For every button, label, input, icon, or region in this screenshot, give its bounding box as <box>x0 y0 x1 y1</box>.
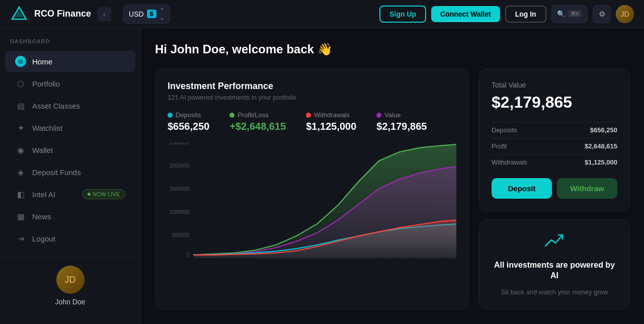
sidebar-user-section: JD John Doe <box>0 257 140 314</box>
sidebar-label-logout: Logout <box>32 234 55 243</box>
intel-ai-icon: ◧ <box>15 189 26 200</box>
metric-deposits: Deposits $656,250 <box>168 111 209 132</box>
header: RCO Finance ‹ USD $ ⌃⌄ Sign Up Connect W… <box>0 0 644 28</box>
sidebar-label-portfolio: Portfolio <box>32 79 60 88</box>
metric-withdrawals: Withdrawals $1,125,000 <box>306 111 356 132</box>
deposits-dot <box>168 113 173 118</box>
news-icon: ▦ <box>15 211 26 222</box>
sidebar-label-wallet: Wallet <box>32 146 53 154</box>
ai-card-desc: Sit back and watch your money grow <box>501 287 608 297</box>
stat-row-withdrawals: Withdrawals $1,125,000 <box>492 154 617 170</box>
header-left: RCO Finance ‹ USD $ ⌃⌄ <box>10 5 170 24</box>
deposit-button[interactable]: Deposit <box>492 178 552 199</box>
stat-profit-value: $2,648,615 <box>585 142 617 150</box>
svg-text:500000: 500000 <box>172 232 189 238</box>
total-value-card: Total Value $2,179,865 Deposits $656,250… <box>479 68 630 211</box>
sidebar-item-news[interactable]: ▦ News <box>5 206 135 227</box>
sidebar-item-logout[interactable]: ⇥ Logout <box>5 228 135 249</box>
stat-withdrawals-value: $1,125,000 <box>585 158 617 166</box>
metric-profit-value: +$2,648,615 <box>229 121 286 132</box>
action-buttons: Deposit Withdraw <box>492 178 617 199</box>
user-avatar[interactable]: JD <box>616 5 634 23</box>
search-button[interactable]: 🔍 ⌘K <box>551 5 588 23</box>
app-title: RCO Finance <box>34 9 91 19</box>
sidebar-item-intel-ai[interactable]: ◧ Intel AI NOW LIVE <box>5 184 135 205</box>
search-icon: 🔍 <box>557 10 565 18</box>
stat-row-deposits: Deposits $656,250 <box>492 122 617 138</box>
metric-deposits-value: $656,250 <box>168 121 209 132</box>
login-button[interactable]: Log In <box>505 6 546 23</box>
metric-value-label: Value <box>376 111 427 119</box>
asset-classes-icon: ▤ <box>15 100 26 111</box>
sidebar: DASHBOARD ⊙ Home ⬡ Portfolio ▤ Asset Cla… <box>0 28 141 324</box>
stat-deposits-label: Deposits <box>492 126 517 134</box>
sidebar-label-news: News <box>32 212 51 221</box>
sidebar-label-home: Home <box>32 57 52 66</box>
sidebar-item-watchlist[interactable]: ✦ Watchlist <box>5 117 135 138</box>
main-content: Hi John Doe, welcome back 👋 Investment P… <box>141 28 644 324</box>
metric-profit-label: Profit/Loss <box>229 111 286 119</box>
logout-icon: ⇥ <box>15 233 26 244</box>
right-panel: Total Value $2,179,865 Deposits $656,250… <box>479 68 630 309</box>
deposit-funds-icon: ◈ <box>15 167 26 178</box>
signup-button[interactable]: Sign Up <box>379 6 426 23</box>
nav-toggle-button[interactable]: ‹ <box>97 7 111 21</box>
sidebar-item-portfolio[interactable]: ⬡ Portfolio <box>5 73 135 94</box>
content-grid: Investment Performance 121 AI powered in… <box>155 68 630 309</box>
svg-text:1500000: 1500000 <box>169 186 189 192</box>
portfolio-icon: ⬡ <box>15 78 26 89</box>
withdrawals-dot <box>306 113 311 118</box>
logo-icon <box>10 5 28 23</box>
sidebar-section-label: DASHBOARD <box>0 38 140 44</box>
investment-card-title: Investment Performance <box>168 81 456 92</box>
sidebar-item-asset-classes[interactable]: ▤ Asset Classes <box>5 95 135 116</box>
metric-deposits-label: Deposits <box>168 111 209 119</box>
ai-card: All investments are powered by AI Sit ba… <box>479 219 630 309</box>
watchlist-icon: ✦ <box>15 122 26 133</box>
connect-wallet-button[interactable]: Connect Wallet <box>431 6 500 22</box>
withdraw-button[interactable]: Withdraw <box>557 178 617 199</box>
chart-container: 2500000 2000000 1500000 1000000 500000 0 <box>168 142 456 258</box>
currency-label: USD <box>129 10 144 18</box>
investment-card-subtitle: 121 AI powered investments in your portf… <box>168 94 456 101</box>
sidebar-item-home[interactable]: ⊙ Home <box>5 51 135 72</box>
sidebar-label-watchlist: Watchlist <box>32 124 62 132</box>
investment-card: Investment Performance 121 AI powered in… <box>155 68 469 309</box>
sidebar-label-asset-classes: Asset Classes <box>32 102 80 110</box>
settings-button[interactable]: ⚙ <box>593 5 611 23</box>
ai-card-title: All investments are powered by AI <box>492 260 617 281</box>
svg-text:0: 0 <box>186 252 189 258</box>
sidebar-label-intel-ai: Intel AI <box>32 190 55 199</box>
stat-row-profit: Profit $2,648,615 <box>492 138 617 154</box>
sidebar-user-avatar[interactable]: JD <box>56 266 85 294</box>
wallet-icon: ◉ <box>15 144 26 155</box>
stat-profit-label: Profit <box>492 142 507 150</box>
sidebar-user-name: John Doe <box>55 298 86 306</box>
svg-text:2500000: 2500000 <box>169 142 189 145</box>
cmd-shortcut: ⌘K <box>568 10 582 18</box>
main-layout: DASHBOARD ⊙ Home ⬡ Portfolio ▤ Asset Cla… <box>0 28 644 324</box>
sidebar-item-deposit-funds[interactable]: ◈ Deposit Funds <box>5 161 135 183</box>
currency-badge: $ <box>147 10 156 18</box>
currency-selector[interactable]: USD $ ⌃⌄ <box>123 5 170 24</box>
metrics-row: Deposits $656,250 Profit/Loss +$2,648,61… <box>168 111 456 132</box>
stat-deposits-value: $656,250 <box>590 126 617 134</box>
live-dot <box>88 193 91 196</box>
total-value-label: Total Value <box>492 81 617 89</box>
svg-text:2000000: 2000000 <box>169 163 189 169</box>
svg-text:1000000: 1000000 <box>169 209 189 215</box>
metric-value: Value $2,179,865 <box>376 111 427 132</box>
header-right: Sign Up Connect Wallet Log In 🔍 ⌘K ⚙ JD <box>379 5 634 23</box>
metric-withdrawals-value: $1,125,000 <box>306 121 356 132</box>
sidebar-item-wallet[interactable]: ◉ Wallet <box>5 139 135 160</box>
metric-withdrawals-label: Withdrawals <box>306 111 356 119</box>
profit-dot <box>229 113 234 118</box>
welcome-heading: Hi John Doe, welcome back 👋 <box>155 42 630 56</box>
stat-withdrawals-label: Withdrawals <box>492 158 527 166</box>
now-live-badge: NOW LIVE <box>82 189 125 199</box>
home-icon: ⊙ <box>15 56 26 67</box>
total-value-amount: $2,179,865 <box>492 93 617 112</box>
value-dot <box>376 113 381 118</box>
gear-icon: ⚙ <box>599 10 605 19</box>
sidebar-label-deposit-funds: Deposit Funds <box>32 168 81 177</box>
